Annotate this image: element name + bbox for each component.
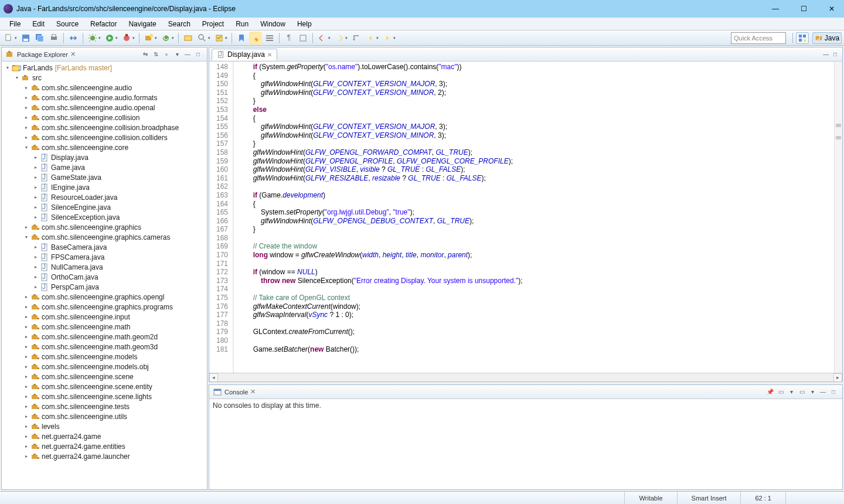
toggle-highlight-button[interactable] <box>249 32 262 45</box>
block-select-button[interactable] <box>297 32 309 45</box>
code-line[interactable]: glfwWindowHint(GLFW_OPENGL_DEBUG_CONTEXT… <box>237 217 831 226</box>
quick-access-input[interactable]: Quick Access <box>731 32 786 44</box>
twisty-icon[interactable]: ▸ <box>23 114 29 121</box>
tree-item[interactable]: ▾com.shc.silenceengine.core <box>2 142 207 152</box>
code-editor[interactable]: 1481491501511521531541551561571581591601… <box>209 62 842 373</box>
code-content[interactable]: if (System.getProperty("os.name").toLowe… <box>234 62 834 373</box>
dropdown-arrow-icon[interactable]: ▾ <box>225 36 227 40</box>
tree-item[interactable]: ▸com.shc.silenceengine.collision <box>2 113 207 122</box>
minimize-button[interactable]: — <box>767 3 784 15</box>
forward-button[interactable] <box>381 32 394 45</box>
twisty-icon[interactable]: ▸ <box>23 224 29 230</box>
tree-item[interactable]: ▸com.shc.silenceengine.collision.collide… <box>2 132 207 142</box>
annotation-prev-button[interactable] <box>316 32 329 45</box>
twisty-icon[interactable]: ▸ <box>23 443 29 449</box>
code-line[interactable]: glfwSwapInterval(vSync ? 1 : 0); <box>237 311 831 319</box>
menu-search[interactable]: Search <box>164 19 195 29</box>
twisty-icon[interactable]: ▸ <box>32 174 39 181</box>
menu-window[interactable]: Window <box>256 19 290 29</box>
twisty-icon[interactable]: ▾ <box>4 64 11 71</box>
dropdown-arrow-icon[interactable]: ▾ <box>15 36 17 40</box>
menu-source[interactable]: Source <box>52 19 83 29</box>
last-edit-button[interactable] <box>350 32 363 45</box>
project-tree[interactable]: ▾JFarLands[FarLands master]▾src▸com.shc.… <box>2 62 207 489</box>
twisty-icon[interactable]: ▸ <box>23 383 29 390</box>
twisty-icon[interactable]: ▸ <box>23 84 29 91</box>
tree-item[interactable]: ▸JGame.java <box>2 162 207 172</box>
tree-item[interactable]: ▸JSilenceException.java <box>2 212 207 222</box>
collapse-all-button[interactable]: ⇆ <box>140 49 151 60</box>
maximize-editor-button[interactable]: □ <box>831 50 840 59</box>
tree-item[interactable]: ▸com.shc.silenceengine.graphics <box>2 222 207 232</box>
code-line[interactable] <box>237 285 831 294</box>
twisty-icon[interactable]: ▾ <box>23 144 29 151</box>
annotation-next-button[interactable] <box>333 32 346 45</box>
scroll-left-icon[interactable]: ◂ <box>209 373 218 382</box>
java-perspective-button[interactable]: JJava <box>812 32 842 44</box>
tree-item[interactable]: ▸com.shc.silenceengine.audio.openal <box>2 103 207 113</box>
twisty-icon[interactable]: ▸ <box>32 274 39 280</box>
twisty-icon[interactable]: ▸ <box>23 413 29 420</box>
tree-item[interactable]: ▸JBaseCamera.java <box>2 242 207 252</box>
twisty-icon[interactable]: ▸ <box>32 264 39 270</box>
twisty-icon[interactable]: ▸ <box>32 194 39 200</box>
code-line[interactable]: } <box>237 97 831 105</box>
twisty-icon[interactable]: ▸ <box>23 363 29 370</box>
menu-refactor[interactable]: Refactor <box>86 19 121 29</box>
dropdown-arrow-icon[interactable]: ▾ <box>172 36 174 40</box>
code-line[interactable]: glfwWindowHint(GLFW_OPENGL_PROFILE, GLFW… <box>237 157 831 166</box>
dropdown-arrow-icon[interactable]: ▾ <box>393 36 396 40</box>
link-button[interactable] <box>67 32 80 45</box>
run-button[interactable] <box>103 32 116 45</box>
tree-item[interactable]: ▸com.shc.silenceengine.scene.lights <box>2 391 207 401</box>
menu-navigate[interactable]: Navigate <box>124 19 161 29</box>
show-whitespace-button[interactable]: ¶ <box>283 32 295 45</box>
minimize-view-button[interactable]: — <box>818 387 828 397</box>
dropdown-arrow-icon[interactable]: ▾ <box>376 36 379 40</box>
tree-item[interactable]: ▸com.shc.silenceengine.math.geom3d <box>2 342 207 352</box>
maximize-view-button[interactable]: □ <box>193 49 203 60</box>
dropdown-arrow-icon[interactable]: ▾ <box>345 36 348 40</box>
tree-item[interactable]: ▸com.shc.silenceengine.scene.entity <box>2 382 207 391</box>
twisty-icon[interactable]: ▸ <box>23 333 29 340</box>
code-line[interactable]: long window = glfwCreateWindow(width, he… <box>237 251 831 260</box>
code-line[interactable] <box>237 260 831 268</box>
tree-item[interactable]: ▾com.shc.silenceengine.graphics.cameras <box>2 232 207 242</box>
twisty-icon[interactable]: ▸ <box>23 433 29 440</box>
code-line[interactable]: GLContext.createFromCurrent(); <box>237 328 831 336</box>
twisty-icon[interactable]: ▸ <box>23 124 29 131</box>
link-editor-button[interactable]: ⇅ <box>151 49 161 60</box>
twisty-icon[interactable]: ▸ <box>32 164 39 171</box>
twisty-icon[interactable]: ▸ <box>23 403 29 410</box>
twisty-icon[interactable]: ▸ <box>23 323 29 330</box>
toggle-breadcrumb-button[interactable] <box>263 32 276 45</box>
print-button[interactable] <box>47 32 60 45</box>
minimize-editor-button[interactable]: — <box>821 50 831 59</box>
new-button[interactable] <box>2 32 15 45</box>
code-line[interactable]: glfwMakeContextCurrent(window); <box>237 302 831 311</box>
tree-item[interactable]: ▸com.shc.silenceengine.models.obj <box>2 362 207 372</box>
code-line[interactable] <box>237 319 831 328</box>
twisty-icon[interactable]: ▸ <box>23 423 29 430</box>
code-line[interactable]: if (Game.development) <box>237 191 831 200</box>
code-line[interactable]: } <box>237 225 831 234</box>
code-line[interactable]: glfwWindowHint(GLFW_CONTEXT_VERSION_MINO… <box>237 131 831 140</box>
code-line[interactable]: // Take care of OpenGL context <box>237 294 831 302</box>
twisty-icon[interactable]: ▸ <box>23 294 29 300</box>
new-class-button[interactable]: C <box>159 32 172 45</box>
tree-item[interactable]: ▸JResourceLoader.java <box>2 192 207 202</box>
tree-item[interactable]: ▸levels <box>2 421 207 431</box>
open-console-button[interactable]: ▭ <box>797 387 807 397</box>
code-line[interactable]: glfwWindowHint(GLFW_VISIBLE, visible ? G… <box>237 165 831 174</box>
code-line[interactable] <box>237 182 831 191</box>
code-line[interactable]: { <box>237 71 831 80</box>
new-package-button[interactable] <box>142 32 155 45</box>
toggle-mark-button[interactable] <box>235 32 248 45</box>
dropdown-arrow-icon[interactable]: ▾ <box>807 387 818 397</box>
scroll-right-icon[interactable]: ▸ <box>833 373 842 382</box>
code-line[interactable] <box>237 336 831 345</box>
code-line[interactable]: glfwWindowHint(GLFW_CONTEXT_VERSION_MINO… <box>237 88 831 97</box>
tree-item[interactable]: ▸com.shc.silenceengine.input <box>2 312 207 322</box>
code-line[interactable]: if (System.getProperty("os.name").toLowe… <box>237 63 831 71</box>
tree-item[interactable]: ▸com.shc.silenceengine.math.geom2d <box>2 332 207 342</box>
